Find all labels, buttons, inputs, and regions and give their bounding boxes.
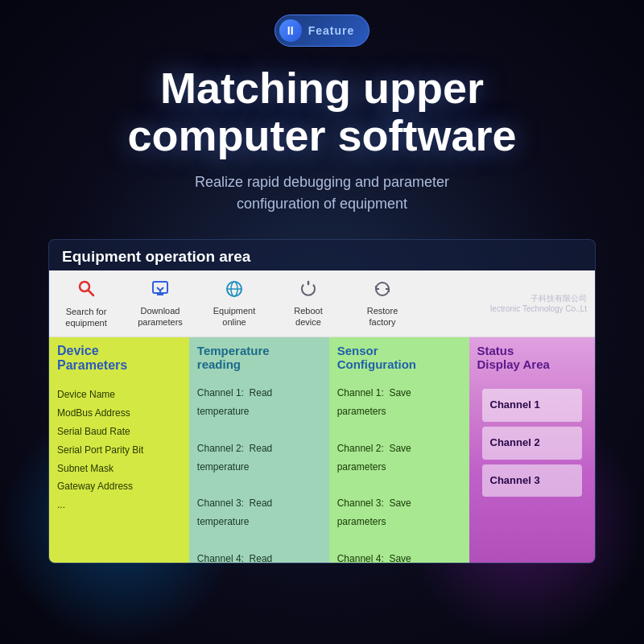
equipment-online-button[interactable]: Equipmentonline [210,279,258,328]
toolbar-watermark: 子科技有限公司 lectronic Technology Co.,Lt [490,293,587,314]
sensor-config-column: SensorConfiguration Channel 1: Save para… [329,337,469,563]
download-params-button[interactable]: Downloadparameters [136,279,184,328]
subtitle: Realize rapid debugging and parametercon… [195,171,449,215]
main-title: Matching uppercomputer software [127,64,516,160]
temperature-column: Temperaturereading Channel 1: Read tempe… [189,337,329,563]
reboot-icon [299,279,318,302]
restore-factory-button[interactable]: Restorefactory [358,279,407,328]
panel-label: Equipment operation area [49,240,595,270]
svg-line-1 [89,291,93,295]
status-channel-1: Channel 1 [482,389,582,422]
search-equipment-button[interactable]: Search forequipment [62,279,110,329]
toolbar: Search forequipment Downloadparameters [49,270,595,338]
device-params-header: DeviceParameters [49,337,189,379]
badge-text: Feature [308,24,355,37]
data-grid: DeviceParameters Device Name ModBus Addr… [49,337,595,563]
online-label: Equipmentonline [213,305,256,328]
restore-label: Restorefactory [367,305,398,328]
status-channel-2: Channel 2 [482,427,582,460]
equipment-panel: Equipment operation area Search forequip… [48,239,596,564]
status-display-header: StatusDisplay Area [469,337,595,378]
download-icon [151,279,170,302]
reboot-device-button[interactable]: Rebootdevice [284,279,332,328]
device-params-column: DeviceParameters Device Name ModBus Addr… [49,337,189,563]
search-icon [76,279,96,303]
status-display-content: Channel 1 Channel 2 Channel 3 [469,378,595,563]
temperature-header: Temperaturereading [189,337,329,378]
sensor-config-content: Channel 1: Save parameters Channel 2: Sa… [329,378,469,564]
status-display-column: StatusDisplay Area Channel 1 Channel 2 C… [469,337,595,563]
sensor-config-header: SensorConfiguration [329,337,469,378]
online-icon [225,279,244,302]
download-label: Downloadparameters [138,305,183,328]
page-wrapper: II Feature Matching uppercomputer softwa… [0,0,644,644]
search-label: Search forequipment [65,306,106,329]
device-params-content: Device Name ModBus Address Serial Baud R… [49,379,189,563]
feature-badge: II Feature [275,14,370,47]
temperature-content: Channel 1: Read temperature Channel 2: R… [189,378,329,564]
reboot-label: Rebootdevice [294,305,322,328]
restore-icon [373,279,392,302]
status-channel-3: Channel 3 [482,464,582,497]
badge-icon: II [279,19,302,42]
